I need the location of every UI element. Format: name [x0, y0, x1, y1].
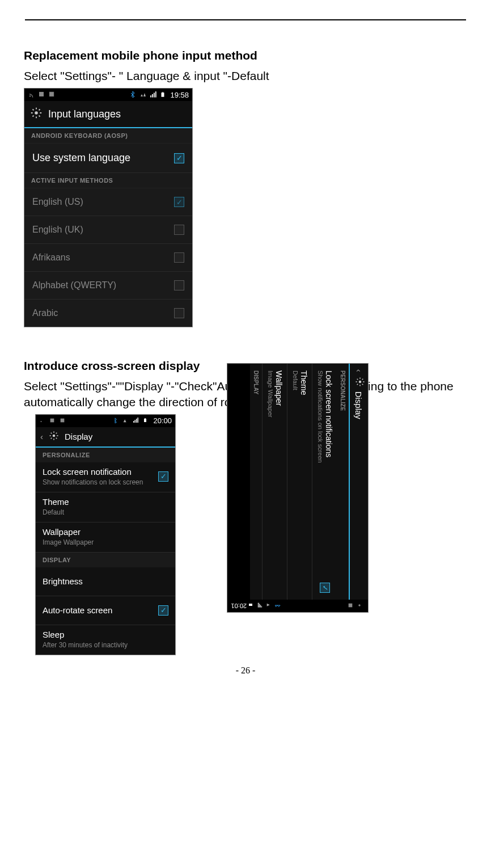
square-icon-2 — [48, 91, 56, 99]
section-1-desc: Select "Settings"- " Language & input "-… — [24, 68, 467, 83]
item-title: Wallpaper — [43, 527, 94, 537]
input-method-item-arabic[interactable]: Arabic — [24, 300, 192, 327]
section-header-display: DISPLAY — [36, 553, 175, 567]
status-left — [28, 91, 56, 99]
appbar-title: Input languages — [48, 108, 121, 120]
auto-rotate-item[interactable]: Auto-rotate screen — [36, 596, 175, 625]
checkbox-icon[interactable] — [174, 252, 184, 263]
data-icon — [122, 417, 130, 425]
document-page: Replacement mobile phone input method Se… — [0, 19, 491, 687]
phone-screenshot-display-landscape: ‹ Display PERSONALIZE Lock screen notifi… — [173, 417, 422, 559]
status-bar: 19:58 — [24, 89, 192, 101]
gear-icon — [49, 431, 59, 443]
phone-screenshot-display-portrait: 20:00 ‹ Display PERSONALIZE Lock screen … — [35, 414, 176, 655]
sleep-item[interactable]: Sleep After 30 minutes of inactivity — [36, 625, 175, 655]
item-title: Lock screen notifications — [324, 370, 333, 463]
page-content: Replacement mobile phone input method Se… — [0, 20, 491, 676]
brightness-item[interactable]: Brightness — [36, 567, 175, 596]
landscape-body: ‹ Display PERSONALIZE Lock screen notifi… — [227, 364, 368, 600]
bluetooth-icon — [129, 91, 137, 99]
svg-rect-17 — [144, 419, 146, 422]
svg-rect-16 — [138, 418, 139, 423]
svg-rect-8 — [162, 92, 164, 93]
svg-rect-22 — [349, 604, 353, 608]
checkbox-icon[interactable] — [174, 197, 184, 207]
chevron-left-icon[interactable]: ‹ — [354, 369, 363, 372]
input-method-item-alphabet[interactable]: Alphabet (QWERTY) — [24, 272, 192, 300]
item-title: Sleep — [43, 630, 128, 640]
status-time: 20:00 — [153, 416, 172, 425]
svg-rect-14 — [135, 420, 136, 423]
svg-rect-24 — [257, 604, 260, 605]
checkbox-icon[interactable] — [174, 308, 184, 318]
svg-rect-7 — [162, 93, 164, 98]
input-method-label: Alphabet (QWERTY) — [32, 280, 116, 290]
section-header-active: ACTIVE INPUT METHODS — [24, 173, 192, 188]
theme-item[interactable]: Theme Default — [287, 364, 312, 600]
checkbox-icon[interactable] — [174, 280, 184, 290]
input-method-item-afrikaans[interactable]: Afrikaans — [24, 244, 192, 272]
item-subtitle: Show notifications on lock screen — [317, 370, 324, 463]
status-right: 20:00 — [112, 416, 172, 425]
checkbox-icon[interactable] — [174, 225, 184, 235]
lock-screen-notification-item[interactable]: Lock screen notification Show notificati… — [36, 462, 175, 492]
checkbox-icon[interactable] — [158, 471, 168, 482]
svg-rect-26 — [257, 606, 262, 607]
app-bar[interactable]: ‹ Display — [349, 364, 368, 600]
signal-bars-icon — [150, 91, 158, 99]
status-bar: 20:01 — [227, 600, 368, 612]
svg-point-21 — [358, 604, 360, 606]
checkbox-icon[interactable] — [158, 605, 168, 616]
section-header-keyboard: ANDROID KEYBOARD (AOSP) — [24, 128, 192, 144]
item-subtitle: Image Wallpaper — [43, 538, 94, 546]
item-subtitle: Default — [43, 508, 69, 516]
section-header-personalize: PERSONALIZE — [36, 448, 175, 462]
bluetooth-icon — [112, 417, 120, 425]
svg-rect-5 — [154, 93, 155, 98]
chevron-left-icon[interactable]: ‹ — [40, 432, 43, 441]
bluetooth-icon — [276, 602, 283, 609]
svg-point-9 — [35, 112, 38, 115]
page-number: - 26 - — [24, 665, 467, 676]
signal-icon — [39, 417, 47, 425]
use-system-language-item[interactable]: Use system language — [24, 144, 192, 173]
svg-rect-13 — [133, 421, 134, 423]
section-header-display: DISPLAY — [250, 364, 262, 600]
svg-rect-25 — [257, 605, 261, 606]
svg-point-10 — [41, 421, 42, 422]
use-system-language-label: Use system language — [32, 152, 130, 164]
battery-icon — [143, 417, 151, 425]
checkbox-icon[interactable] — [320, 583, 331, 593]
square-icon — [49, 417, 57, 425]
input-method-item-english-us[interactable]: English (US) — [24, 188, 192, 216]
svg-rect-2 — [49, 92, 54, 96]
status-time: 19:58 — [170, 91, 189, 99]
svg-rect-11 — [50, 419, 54, 423]
status-right: 19:58 — [129, 91, 189, 99]
signal-bars-icon — [133, 417, 141, 425]
battery-icon — [249, 602, 256, 609]
theme-item[interactable]: Theme Default — [36, 492, 175, 523]
appbar-title: Display — [354, 391, 364, 419]
lock-screen-notifications-item[interactable]: Lock screen notifications Show notificat… — [312, 364, 337, 600]
input-method-item-english-uk[interactable]: English (UK) — [24, 216, 192, 244]
svg-rect-23 — [257, 603, 259, 604]
section-1-heading: Replacement mobile phone input method — [24, 49, 467, 62]
svg-rect-1 — [39, 92, 44, 96]
checkbox-icon[interactable] — [174, 153, 184, 163]
square-icon — [38, 91, 46, 99]
svg-rect-18 — [145, 418, 146, 419]
wallpaper-item[interactable]: Wallpaper Image Wallpaper — [262, 364, 287, 600]
input-method-label: Afrikaans — [32, 252, 70, 263]
item-title: Lock screen notification — [43, 467, 143, 477]
svg-rect-15 — [136, 419, 137, 423]
item-subtitle: Show notifications on lock screen — [43, 478, 143, 486]
app-bar[interactable]: Input languages — [24, 101, 192, 128]
svg-rect-3 — [151, 95, 152, 98]
data-icon — [139, 91, 147, 99]
app-bar[interactable]: ‹ Display — [36, 427, 175, 448]
svg-rect-4 — [153, 94, 154, 98]
wallpaper-item[interactable]: Wallpaper Image Wallpaper — [36, 523, 175, 553]
data-icon — [267, 602, 274, 609]
input-method-label: English (US) — [32, 197, 83, 207]
